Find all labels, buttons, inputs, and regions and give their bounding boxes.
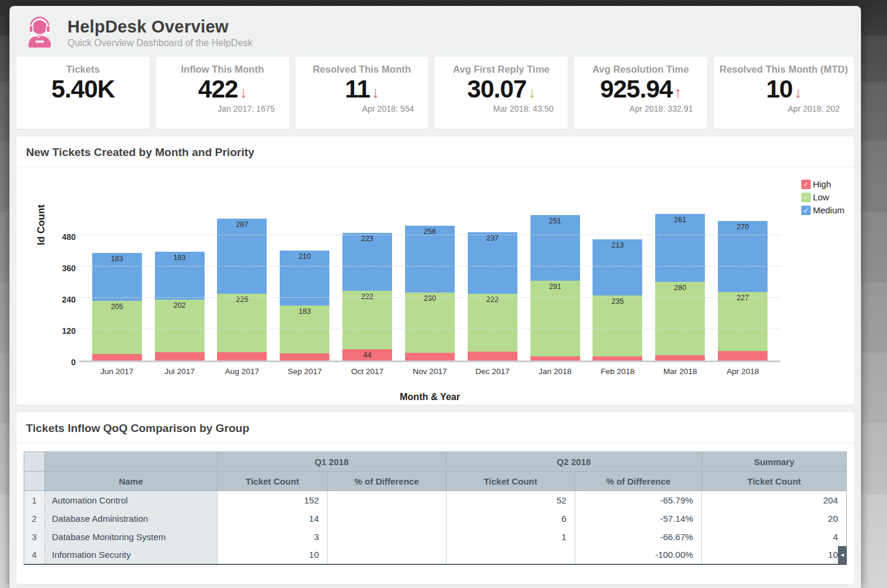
kpi-number: 11: [345, 75, 370, 103]
segment-medium[interactable]: 223: [342, 233, 392, 291]
legend-item-low[interactable]: ✓Low: [801, 192, 844, 202]
name-cell[interactable]: Database Monitoring System: [44, 528, 217, 546]
trend-down-arrow-icon: ↓: [528, 83, 535, 101]
name-cell[interactable]: Automation Control: [44, 491, 217, 509]
legend-item-medium[interactable]: ✓Medium: [801, 205, 844, 215]
segment-medium[interactable]: 287: [217, 219, 267, 294]
col-header-name[interactable]: Name: [44, 472, 217, 491]
segment-high[interactable]: [593, 356, 642, 360]
bar-dec-2017[interactable]: 237222Dec 2017: [468, 232, 517, 360]
table-scroll-handle[interactable]: ◄: [838, 546, 847, 564]
segment-value-label: 213: [593, 241, 642, 249]
q2-count-cell[interactable]: 52: [446, 491, 575, 509]
col-header-q1-ticket-count[interactable]: Ticket Count: [217, 472, 327, 491]
segment-high[interactable]: [280, 353, 329, 360]
summary-count-cell[interactable]: 204: [702, 491, 847, 509]
legend-checkbox-low[interactable]: ✓: [801, 193, 811, 202]
y-tick-label-360: 360: [48, 264, 76, 273]
col-header-q2-ticket-count[interactable]: Ticket Count: [446, 472, 575, 491]
q1-diff-cell[interactable]: [328, 491, 446, 509]
segment-high[interactable]: [468, 352, 517, 360]
segment-low[interactable]: 222: [468, 294, 517, 352]
col-header-summary-ticket-count[interactable]: Ticket Count: [702, 472, 847, 491]
segment-medium[interactable]: 261: [655, 214, 705, 282]
q1-count-cell[interactable]: 14: [217, 509, 327, 528]
q1-count-cell[interactable]: 3: [217, 528, 327, 546]
bar-aug-2017[interactable]: 287225Aug 2017: [217, 219, 267, 360]
segment-medium[interactable]: 213: [593, 239, 642, 295]
segment-medium[interactable]: 251: [530, 215, 580, 281]
legend-checkbox-high[interactable]: ✓: [801, 180, 811, 189]
bar-mar-2018[interactable]: 261280Mar 2018: [655, 214, 705, 360]
segment-low[interactable]: 235: [593, 295, 642, 357]
name-cell[interactable]: Database Administration: [44, 509, 217, 528]
table-row[interactable]: 3Database Monitoring System31-66.67%4: [24, 528, 847, 546]
segment-medium[interactable]: 183: [155, 252, 205, 300]
segment-medium[interactable]: 237: [468, 232, 517, 294]
segment-value-label: 261: [655, 216, 705, 224]
bar-jun-2017[interactable]: 183205Jun 2017: [92, 253, 142, 360]
segment-high[interactable]: [405, 353, 455, 360]
q1-count-cell[interactable]: 152: [217, 491, 327, 509]
q2-count-cell[interactable]: [446, 546, 575, 564]
segment-medium[interactable]: 183: [92, 253, 142, 301]
segment-medium[interactable]: 270: [718, 221, 768, 291]
legend-item-high[interactable]: ✓High: [801, 179, 844, 189]
segment-high[interactable]: [655, 355, 705, 360]
segment-low[interactable]: 291: [530, 281, 580, 357]
q2-diff-cell[interactable]: -65.79%: [575, 491, 701, 509]
kpi-card-2: Inflow This Month422↓Jan 2017: 1675: [156, 57, 289, 129]
bar-jul-2017[interactable]: 183202Jul 2017: [155, 252, 205, 360]
segment-high[interactable]: [92, 354, 142, 360]
x-axis-title: Month & Year: [79, 392, 781, 402]
row-number-cell: 3: [24, 528, 45, 546]
x-tick-label: Nov 2017: [413, 367, 447, 376]
col-header-q2-pct-difference[interactable]: % of Difference: [575, 472, 701, 491]
q2-diff-cell[interactable]: -66.67%: [575, 528, 701, 546]
kpi-card-6: Resolved This Month (MTD)10↓Apr 2018: 20…: [714, 57, 854, 129]
summary-count-cell[interactable]: 4: [702, 528, 847, 546]
segment-low[interactable]: 225: [217, 294, 267, 352]
segment-low[interactable]: 205: [92, 301, 142, 355]
segment-low[interactable]: 202: [155, 300, 205, 352]
segment-high[interactable]: [718, 351, 768, 360]
kpi-label: Inflow This Month: [162, 64, 283, 75]
col-header-q1-pct-difference[interactable]: % of Difference: [328, 472, 446, 491]
segment-medium[interactable]: 256: [405, 226, 455, 293]
bar-nov-2017[interactable]: 256230Nov 2017: [405, 226, 455, 360]
name-cell[interactable]: Information Security: [44, 546, 217, 564]
table-row[interactable]: 1Automation Control15252-65.79%204: [24, 491, 847, 509]
bar-sep-2017[interactable]: 210183Sep 2017: [280, 251, 329, 360]
segment-high[interactable]: 44: [342, 349, 392, 360]
kpi-label: Tickets: [22, 64, 144, 75]
segment-low[interactable]: 183: [280, 306, 329, 353]
q1-diff-cell[interactable]: [328, 546, 446, 564]
q2-count-cell[interactable]: 6: [446, 509, 575, 528]
q2-diff-cell[interactable]: -100.00%: [575, 546, 701, 564]
q2-count-cell[interactable]: 1: [446, 528, 575, 546]
segment-low[interactable]: 227: [718, 292, 768, 351]
y-tick-label-240: 240: [48, 295, 76, 304]
segment-high[interactable]: [155, 352, 205, 360]
q2-diff-cell[interactable]: -57.14%: [575, 509, 701, 528]
bar-apr-2018[interactable]: 270227Apr 2018: [718, 221, 768, 360]
segment-value-label: 235: [593, 297, 642, 306]
kpi-label: Resolved This Month (MTD): [720, 64, 848, 75]
kpi-number: 5.40K: [51, 75, 115, 103]
segment-low[interactable]: 222: [342, 291, 392, 349]
legend-checkbox-medium[interactable]: ✓: [801, 206, 811, 215]
q1-diff-cell[interactable]: [328, 528, 446, 546]
table-row[interactable]: 4Information Security10-100.00%10: [24, 546, 847, 564]
q1-count-cell[interactable]: 10: [217, 546, 327, 564]
table-row[interactable]: 2Database Administration146-57.14%20: [24, 509, 847, 528]
segment-value-label: 183: [280, 307, 329, 316]
summary-count-cell[interactable]: 10: [702, 546, 847, 564]
bar-jan-2018[interactable]: 251291Jan 2018: [530, 215, 580, 360]
segment-high[interactable]: [217, 352, 267, 360]
segment-low[interactable]: 230: [405, 293, 455, 353]
bar-feb-2018[interactable]: 213235Feb 2018: [593, 239, 642, 360]
segment-low[interactable]: 280: [655, 282, 705, 355]
q1-diff-cell[interactable]: [328, 509, 446, 528]
segment-high[interactable]: [530, 356, 580, 360]
summary-count-cell[interactable]: 20: [702, 509, 847, 528]
